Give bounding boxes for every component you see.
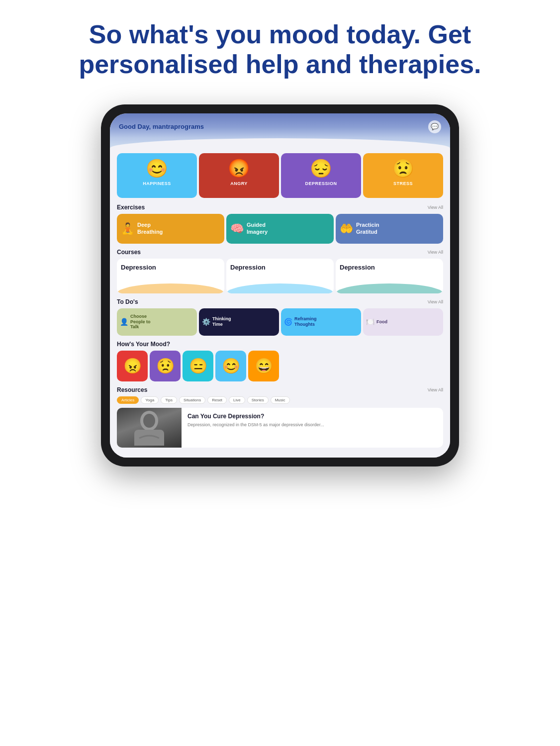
exercises-title: Exercises xyxy=(117,204,145,211)
exercise-gratitude[interactable]: 🤲 PracticinGratitud xyxy=(336,214,443,244)
stress-emoji: 😟 xyxy=(392,158,414,179)
course-title-2: Depression xyxy=(230,264,330,271)
reframing-icon: 🌀 xyxy=(284,318,292,326)
food-icon: 🍽️ xyxy=(366,318,374,326)
article-description: Depression, recognized in the DSM-5 as m… xyxy=(187,422,437,428)
mood-check-row: 😠 😟 😑 😊 😄 xyxy=(117,351,443,381)
thinking-label: ThinkingTime xyxy=(212,316,231,327)
course-card-2[interactable]: Depression xyxy=(226,259,334,293)
mood-card-stress[interactable]: 😟 STRESS xyxy=(363,153,443,198)
course-card-1[interactable]: Depression xyxy=(117,259,224,293)
mood-card-depression[interactable]: 😔 DEPRESSION xyxy=(281,153,361,198)
angry-emoji: 😡 xyxy=(228,158,250,179)
mood-check-excited[interactable]: 😄 xyxy=(248,351,279,381)
mood-card-angry[interactable]: 😡 ANGRY xyxy=(199,153,279,198)
article-image xyxy=(117,408,182,448)
todos-row: 👤 ChoosePeople toTalk ⚙️ ThinkingTime 🌀 … xyxy=(117,308,443,336)
course-card-3[interactable]: Depression xyxy=(336,259,443,293)
todo-people[interactable]: 👤 ChoosePeople toTalk xyxy=(117,308,197,336)
course-wave-2 xyxy=(226,283,334,293)
resources-section-header: Resources View All xyxy=(117,386,443,393)
happiness-emoji: 😊 xyxy=(146,158,168,179)
tablet-device: Good Day, mantraprograms 💬 😊 HAPPINESS 😡… xyxy=(101,104,459,466)
reframing-label: ReframingThoughts xyxy=(294,316,317,327)
stress-label: STRESS xyxy=(393,181,413,186)
todo-thinking[interactable]: ⚙️ ThinkingTime xyxy=(199,308,279,336)
svg-rect-1 xyxy=(134,430,164,446)
todos-section-header: To Do's View All xyxy=(117,298,443,305)
mood-check-neutral[interactable]: 😑 xyxy=(183,351,213,381)
todos-view-all[interactable]: View All xyxy=(428,299,443,304)
page-headline: So what's you mood today. Get personalis… xyxy=(56,20,504,80)
tag-situations[interactable]: Situations xyxy=(179,396,205,404)
mood-check-happy[interactable]: 😊 xyxy=(215,351,246,381)
article-content: Can You Cure Depression? Depression, rec… xyxy=(182,408,443,448)
article-card[interactable]: Can You Cure Depression? Depression, rec… xyxy=(117,408,443,448)
resources-title: Resources xyxy=(117,386,147,393)
exercises-section-header: Exercises View All xyxy=(117,204,443,211)
svg-point-2 xyxy=(143,414,155,428)
gratitude-icon: 🤲 xyxy=(340,222,353,235)
todos-title: To Do's xyxy=(117,298,138,305)
happiness-label: HAPPINESS xyxy=(143,181,171,186)
tag-music[interactable]: Music xyxy=(271,396,290,404)
exercise-guided[interactable]: 🧠 GuidedImagery xyxy=(226,214,334,244)
tablet-screen: Good Day, mantraprograms 💬 😊 HAPPINESS 😡… xyxy=(110,113,450,458)
guided-label: GuidedImagery xyxy=(247,222,268,235)
people-label: ChoosePeople toTalk xyxy=(130,314,151,330)
exercises-view-all[interactable]: View All xyxy=(428,205,443,210)
courses-section-header: Courses View All xyxy=(117,249,443,256)
courses-row: Depression Depression Depression xyxy=(117,259,443,293)
app-header: Good Day, mantraprograms 💬 xyxy=(110,113,450,148)
course-wave-3 xyxy=(336,283,443,293)
course-wave-1 xyxy=(117,283,224,293)
depression-label: DEPRESSION xyxy=(305,181,337,186)
breathing-label: DeepBreathing xyxy=(137,222,163,235)
food-label: Food xyxy=(376,319,387,325)
mood-card-happiness[interactable]: 😊 HAPPINESS xyxy=(117,153,197,198)
tag-reset[interactable]: Reset xyxy=(207,396,227,404)
wave-decoration xyxy=(110,138,450,148)
courses-view-all[interactable]: View All xyxy=(428,250,443,255)
course-title-3: Depression xyxy=(340,264,439,271)
people-icon: 👤 xyxy=(120,318,128,326)
todo-reframing[interactable]: 🌀 ReframingThoughts xyxy=(281,308,361,336)
courses-title: Courses xyxy=(117,249,141,256)
tag-tips[interactable]: Tips xyxy=(161,396,177,404)
greeting-text: Good Day, mantraprograms xyxy=(119,123,204,130)
app-content: 😊 HAPPINESS 😡 ANGRY 😔 DEPRESSION 😟 STRES… xyxy=(110,148,450,458)
tag-stories[interactable]: Stories xyxy=(247,396,269,404)
thinking-icon: ⚙️ xyxy=(202,318,210,326)
todo-food[interactable]: 🍽️ Food xyxy=(363,308,443,336)
resources-view-all[interactable]: View All xyxy=(428,387,443,392)
exercises-row: 🧘 DeepBreathing 🧠 GuidedImagery 🤲 Practi… xyxy=(117,214,443,244)
course-title-1: Depression xyxy=(121,264,220,271)
resource-tags: Articles Yoga Tips Situations Reset Live… xyxy=(117,396,443,404)
depression-emoji: 😔 xyxy=(310,158,332,179)
guided-icon: 🧠 xyxy=(230,222,244,235)
chat-icon[interactable]: 💬 xyxy=(428,120,441,133)
exercise-breathing[interactable]: 🧘 DeepBreathing xyxy=(117,214,224,244)
breathing-icon: 🧘 xyxy=(121,222,134,235)
mood-grid: 😊 HAPPINESS 😡 ANGRY 😔 DEPRESSION 😟 STRES… xyxy=(117,153,443,198)
mood-check-title: How's Your Mood? xyxy=(117,341,443,348)
tag-yoga[interactable]: Yoga xyxy=(141,396,159,404)
article-title: Can You Cure Depression? xyxy=(187,413,437,420)
gratitude-label: PracticinGratitud xyxy=(356,222,379,235)
mood-check-angry[interactable]: 😠 xyxy=(117,351,148,381)
tag-live[interactable]: Live xyxy=(229,396,245,404)
angry-label: ANGRY xyxy=(230,181,248,186)
tag-articles[interactable]: Articles xyxy=(117,396,139,404)
mood-check-sad[interactable]: 😟 xyxy=(150,351,181,381)
